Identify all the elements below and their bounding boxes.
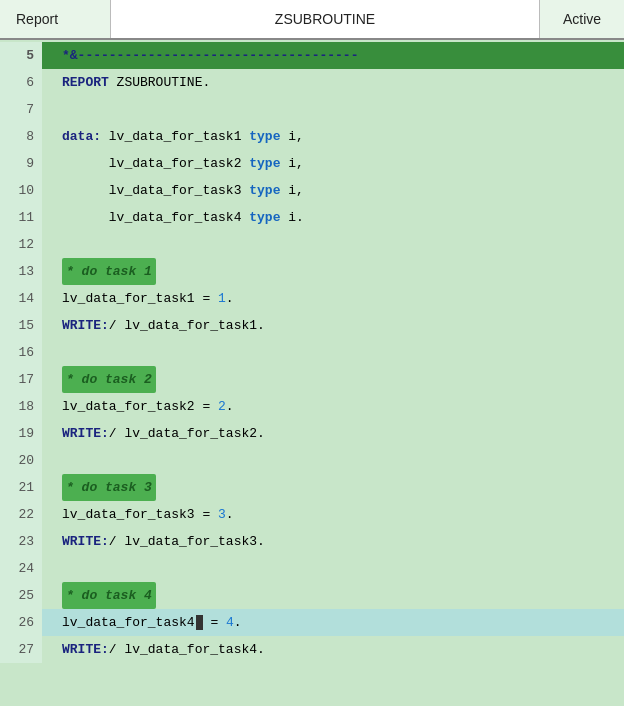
line-content: lv_data_for_task2 = 2. bbox=[58, 393, 624, 420]
line-number: 15 bbox=[0, 312, 42, 339]
line-content: data: lv_data_for_task1 type i, bbox=[58, 123, 624, 150]
line-content: *&------------------------------------ bbox=[58, 42, 624, 69]
line-number: 14 bbox=[0, 285, 42, 312]
line-number: 12 bbox=[0, 231, 42, 258]
table-row: 6REPORT ZSUBROUTINE. bbox=[0, 69, 624, 96]
active-label: Active bbox=[540, 11, 624, 27]
table-row: 11 lv_data_for_task4 type i. bbox=[0, 204, 624, 231]
line-content: lv_data_for_task2 type i, bbox=[58, 150, 624, 177]
line-content: * do task 2 bbox=[58, 366, 624, 393]
line-number: 24 bbox=[0, 555, 42, 582]
line-content: REPORT ZSUBROUTINE. bbox=[58, 69, 624, 96]
table-row: 21* do task 3 bbox=[0, 474, 624, 501]
line-content: WRITE:/ lv_data_for_task2. bbox=[58, 420, 624, 447]
line-number: 13 bbox=[0, 258, 42, 285]
line-number: 23 bbox=[0, 528, 42, 555]
line-number: 17 bbox=[0, 366, 42, 393]
line-content: lv_data_for_task1 = 1. bbox=[58, 285, 624, 312]
line-content: lv_data_for_task4 = 4. bbox=[58, 609, 624, 636]
table-row: 7 bbox=[0, 96, 624, 123]
line-number: 20 bbox=[0, 447, 42, 474]
line-content: * do task 1 bbox=[58, 258, 624, 285]
table-row: 27WRITE:/ lv_data_for_task4. bbox=[0, 636, 624, 663]
table-row: 24 bbox=[0, 555, 624, 582]
line-number: 5 bbox=[0, 42, 42, 69]
line-number: 25 bbox=[0, 582, 42, 609]
table-row: 14lv_data_for_task1 = 1. bbox=[0, 285, 624, 312]
line-number: 10 bbox=[0, 177, 42, 204]
line-number: 11 bbox=[0, 204, 42, 231]
line-content: WRITE:/ lv_data_for_task1. bbox=[58, 312, 624, 339]
table-row: 17* do task 2 bbox=[0, 366, 624, 393]
line-number: 27 bbox=[0, 636, 42, 663]
line-number: 22 bbox=[0, 501, 42, 528]
table-row: 13* do task 1 bbox=[0, 258, 624, 285]
line-content: lv_data_for_task3 type i, bbox=[58, 177, 624, 204]
line-number: 16 bbox=[0, 339, 42, 366]
line-content: * do task 4 bbox=[58, 582, 624, 609]
table-row: 19WRITE:/ lv_data_for_task2. bbox=[0, 420, 624, 447]
program-title: ZSUBROUTINE bbox=[110, 0, 540, 38]
line-number: 6 bbox=[0, 69, 42, 96]
line-number: 21 bbox=[0, 474, 42, 501]
line-content: WRITE:/ lv_data_for_task3. bbox=[58, 528, 624, 555]
line-number: 7 bbox=[0, 96, 42, 123]
code-editor[interactable]: 5*&------------------------------------6… bbox=[0, 40, 624, 663]
line-number: 9 bbox=[0, 150, 42, 177]
table-row: 9 lv_data_for_task2 type i, bbox=[0, 150, 624, 177]
table-row: 18lv_data_for_task2 = 2. bbox=[0, 393, 624, 420]
header: Report ZSUBROUTINE Active bbox=[0, 0, 624, 40]
table-row: 23WRITE:/ lv_data_for_task3. bbox=[0, 528, 624, 555]
report-label: Report bbox=[0, 11, 110, 27]
line-number: 8 bbox=[0, 123, 42, 150]
table-row: 8data: lv_data_for_task1 type i, bbox=[0, 123, 624, 150]
line-content: lv_data_for_task4 type i. bbox=[58, 204, 624, 231]
table-row: 15WRITE:/ lv_data_for_task1. bbox=[0, 312, 624, 339]
table-row: 26lv_data_for_task4 = 4. bbox=[0, 609, 624, 636]
line-number: 19 bbox=[0, 420, 42, 447]
line-content: * do task 3 bbox=[58, 474, 624, 501]
table-row: 12 bbox=[0, 231, 624, 258]
line-number: 18 bbox=[0, 393, 42, 420]
table-row: 10 lv_data_for_task3 type i, bbox=[0, 177, 624, 204]
table-row: 16 bbox=[0, 339, 624, 366]
line-content: WRITE:/ lv_data_for_task4. bbox=[58, 636, 624, 663]
line-content: lv_data_for_task3 = 3. bbox=[58, 501, 624, 528]
table-row: 25* do task 4 bbox=[0, 582, 624, 609]
line-number: 26 bbox=[0, 609, 42, 636]
table-row: 5*&------------------------------------ bbox=[0, 42, 624, 69]
table-row: 22lv_data_for_task3 = 3. bbox=[0, 501, 624, 528]
table-row: 20 bbox=[0, 447, 624, 474]
